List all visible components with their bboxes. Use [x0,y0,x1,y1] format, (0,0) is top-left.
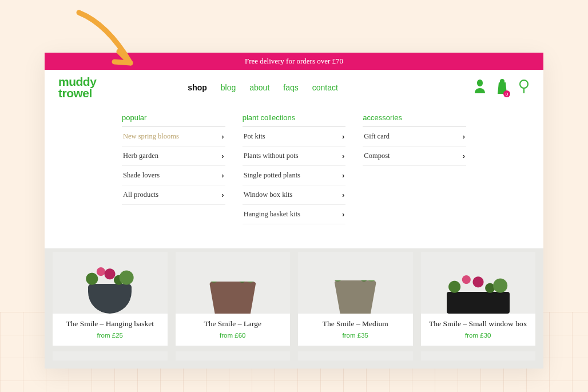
product-card-stub[interactable] [176,351,291,361]
mega-item-label: All products [123,191,158,199]
logo-line2: trowel [58,88,96,99]
mega-item-label: Herb garden [123,152,158,160]
promo-banner: Free delivery for orders over £70 [45,53,543,70]
product-title: The Smile – Large [179,319,287,328]
mega-item-label: Compost [364,152,390,160]
product-card-stub[interactable] [53,351,168,361]
nav-blog[interactable]: blog [221,83,236,92]
logo[interactable]: muddy trowel [58,76,96,99]
mega-item[interactable]: Pot kits› [243,127,346,146]
svg-point-0 [520,80,528,88]
mega-item-label: Window box kits [244,191,293,199]
mega-column: plant collectionsPot kits›Plants without… [243,113,346,224]
mega-menu: popularNew spring blooms›Herb garden›Sha… [45,105,543,238]
product-price: from £30 [421,332,536,339]
mega-item[interactable]: Hanging basket kits› [243,205,346,224]
product-card[interactable]: The Smile – Hanging basketfrom £25 [53,252,168,346]
chevron-right-icon: › [221,171,224,180]
chevron-right-icon: › [221,191,224,199]
mega-item-label: Single potted plants [244,171,300,180]
mega-item-label: New spring blooms [123,132,179,141]
chevron-right-icon: › [342,210,344,219]
product-card[interactable]: The Smile – Small window boxfrom £30 [421,252,536,346]
cart-badge: 0 [503,90,510,97]
torn-edge [45,238,543,248]
mega-item-label: Shade lovers [123,171,160,180]
product-card[interactable]: The Smile – Largefrom £60 [176,252,291,346]
chevron-right-icon: › [342,171,344,180]
product-card-stub[interactable] [298,351,413,361]
mega-item[interactable]: Gift card› [363,127,466,146]
mega-item[interactable]: Compost› [363,146,466,166]
product-title: The Smile – Small window box [424,319,533,328]
mega-item[interactable]: New spring blooms› [122,127,225,146]
product-price: from £60 [176,332,291,339]
header-icons: 0 [474,79,530,96]
product-image [53,252,168,314]
product-title: The Smile – Medium [301,319,410,328]
mega-item-label: Hanging basket kits [244,210,300,219]
mega-item[interactable]: Shade lovers› [122,166,225,185]
mega-item[interactable]: All products› [122,185,225,205]
product-row-2 [45,351,543,369]
search-icon[interactable] [518,79,530,96]
mega-item[interactable]: Plants without pots› [243,146,346,166]
mega-item[interactable]: Herb garden› [122,146,225,166]
chevron-right-icon: › [463,132,465,141]
chevron-right-icon: › [342,132,344,141]
mega-item-label: Gift card [364,132,390,141]
site-header: muddy trowel shopblogaboutfaqscontact 0 [45,70,543,105]
account-icon[interactable] [474,80,486,96]
mega-heading: popular [122,113,225,127]
mega-heading: accessories [363,113,466,127]
product-card-stub[interactable] [421,351,536,361]
mega-item[interactable]: Window box kits› [243,185,346,205]
product-grid-wrap: The Smile – Hanging basketfrom £25The Sm… [45,248,543,369]
mega-column: popularNew spring blooms›Herb garden›Sha… [122,113,225,224]
nav-faqs[interactable]: faqs [283,83,298,92]
chevron-right-icon: › [221,132,224,141]
logo-line1: muddy [58,76,96,88]
mega-item-label: Plants without pots [244,152,299,160]
product-card[interactable]: The Smile – Mediumfrom £35 [298,252,413,346]
cart-icon[interactable]: 0 [496,79,508,96]
site-frame: Free delivery for orders over £70 muddy … [45,53,543,369]
mega-item[interactable]: Single potted plants› [243,166,346,185]
product-image [421,252,536,314]
mega-heading: plant collections [243,113,346,127]
chevron-right-icon: › [342,191,344,199]
product-row: The Smile – Hanging basketfrom £25The Sm… [45,252,543,351]
product-price: from £25 [53,332,168,339]
mega-column: accessoriesGift card›Compost› [363,113,466,224]
product-image [176,252,291,314]
nav-about[interactable]: about [249,83,269,92]
chevron-right-icon: › [463,152,465,160]
product-image [298,252,413,314]
product-title: The Smile – Hanging basket [56,319,164,328]
chevron-right-icon: › [342,152,344,160]
nav-shop[interactable]: shop [188,83,206,92]
mega-item-label: Pot kits [244,132,265,141]
product-price: from £35 [298,332,413,339]
primary-nav: shopblogaboutfaqscontact [188,83,338,92]
chevron-right-icon: › [221,152,224,160]
nav-contact[interactable]: contact [312,83,338,92]
promo-text: Free delivery for orders over £70 [245,57,343,65]
